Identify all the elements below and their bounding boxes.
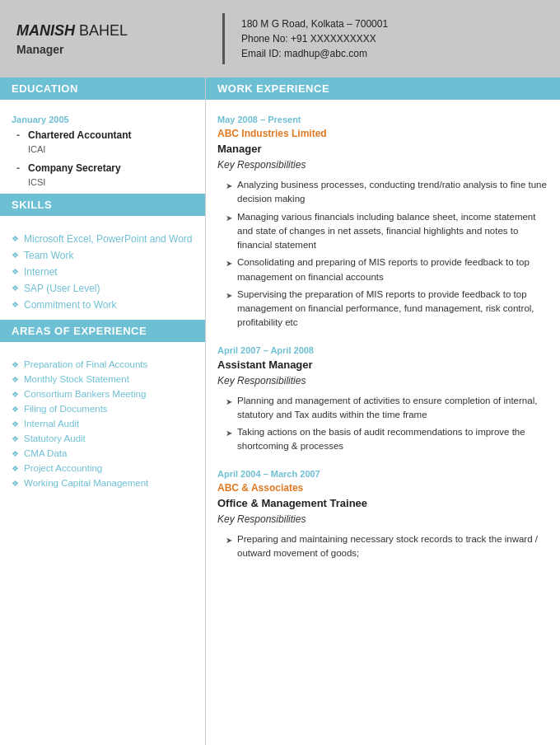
skill-item: Team Work	[12, 247, 194, 264]
area-item: Preparation of Final Accounts	[12, 357, 194, 372]
main-content: EDUCATION January 2005 - Chartered Accou…	[0, 77, 560, 745]
candidate-title: Manager	[16, 43, 206, 56]
area-item: Monthly Stock Statement	[12, 372, 194, 387]
area-item: CMA Data	[12, 446, 194, 461]
job-bullets-3: Preparing and maintaining necessary stoc…	[206, 527, 560, 569]
area-item: Working Capital Management	[12, 476, 194, 490]
edu-institution-2: ICSI	[0, 176, 205, 194]
edu-item-2: - Company Secretary	[0, 161, 205, 176]
job-key-resp-1: Key Responsibilities	[206, 157, 560, 173]
skills-list: Microsoft Excel, PowerPoint and Word Tea…	[0, 224, 205, 320]
area-item: Consortium Bankers Meeting	[12, 387, 194, 401]
area-item: Filing of Documents	[12, 401, 194, 416]
job-date-1: May 2008 – Present	[206, 108, 560, 126]
education-header: EDUCATION	[0, 77, 205, 100]
bullet-item: Planning and management of activities to…	[217, 392, 548, 424]
bullet-item: Preparing and maintaining necessary stoc…	[217, 531, 548, 563]
job-position-3: Office & Management Trainee	[206, 495, 560, 511]
skills-header: SKILLS	[0, 194, 205, 216]
edu-item-1: - Chartered Accountant	[0, 128, 205, 143]
bullet-item: Managing various financials including ba…	[217, 209, 548, 255]
job-position-1: Manager	[206, 141, 560, 157]
edu-date: January 2005	[0, 108, 205, 128]
bullet-item: Taking actions on the basis of audit rec…	[217, 424, 548, 456]
address: 180 M G Road, Kolkata – 700001	[241, 18, 544, 30]
phone: Phone No: +91 XXXXXXXXXX	[241, 33, 544, 45]
right-column: WORK EXPERIENCE May 2008 – Present ABC I…	[206, 77, 560, 745]
bullet-item: Consolidating and preparing of MIS repor…	[217, 254, 548, 286]
job-company-1: ABC Industries Limited	[206, 126, 560, 141]
job-company-3: ABC & Associates	[206, 480, 560, 495]
area-item: Project Accounting	[12, 461, 194, 476]
area-item: Statutory Audit	[12, 431, 194, 446]
area-item: Internal Audit	[12, 416, 194, 431]
header-right: 180 M G Road, Kolkata – 700001 Phone No:…	[225, 10, 560, 68]
edu-institution-1: ICAI	[0, 143, 205, 161]
areas-header: AREAS OF EXPERIENCE	[0, 320, 205, 342]
email: Email ID: madhup@abc.com	[241, 48, 544, 59]
skill-item: Internet	[12, 264, 194, 280]
job-date-3: April 2004 – March 2007	[206, 462, 560, 480]
job-date-2: April 2007 – April 2008	[206, 339, 560, 357]
header: MANISH BAHEL Manager 180 M G Road, Kolka…	[0, 0, 560, 77]
job-position-2: Assistant Manager	[206, 357, 560, 372]
skill-item: Microsoft Excel, PowerPoint and Word	[12, 231, 194, 247]
resume-container: MANISH BAHEL Manager 180 M G Road, Kolka…	[0, 0, 560, 745]
job-bullets-2: Planning and management of activities to…	[206, 389, 560, 462]
bullet-item: Analyzing business processes, conducting…	[217, 176, 548, 209]
skill-item: Commitment to Work	[12, 297, 194, 313]
skill-item: SAP (User Level)	[12, 280, 194, 297]
job-bullets-1: Analyzing business processes, conducting…	[206, 173, 560, 339]
work-header: WORK EXPERIENCE	[206, 77, 560, 100]
job-key-resp-3: Key Responsibilities	[206, 511, 560, 527]
job-key-resp-2: Key Responsibilities	[206, 372, 560, 389]
header-left: MANISH BAHEL Manager	[0, 10, 222, 68]
areas-list: Preparation of Final Accounts Monthly St…	[0, 350, 205, 497]
candidate-name: MANISH BAHEL	[16, 22, 206, 40]
left-column: EDUCATION January 2005 - Chartered Accou…	[0, 77, 206, 745]
bullet-item: Supervising the preparation of MIS repor…	[217, 286, 548, 332]
